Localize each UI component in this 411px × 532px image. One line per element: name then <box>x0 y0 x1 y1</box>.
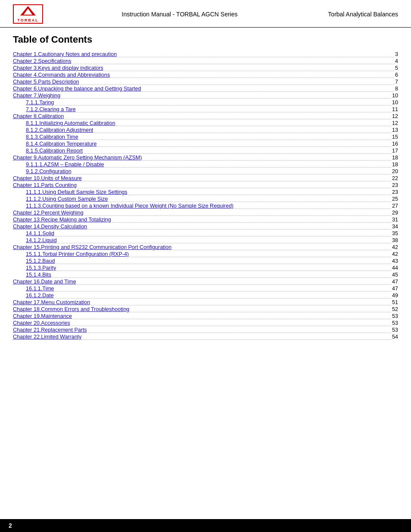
toc-link[interactable]: Chapter 13.Recipe Making and Totalizing <box>13 217 111 223</box>
toc-page-number: 44 <box>392 265 398 271</box>
logo-area: TORBAL <box>13 4 47 24</box>
header-right: Torbal Analytical Balances <box>312 11 398 18</box>
toc-item: 7.1.2.Clearing a Tare11 <box>13 106 398 112</box>
toc-item: Chapter 1.Cautionary Notes and precautio… <box>13 51 398 57</box>
logo-text: TORBAL <box>17 18 38 22</box>
toc-link[interactable]: Chapter 19.Maintenance <box>13 313 72 319</box>
toc-item: Chapter 8.Calibration12 <box>13 113 398 119</box>
toc-page-number: 17 <box>392 148 398 154</box>
toc-page-number: 7 <box>395 79 398 85</box>
toc-page-number: 38 <box>392 237 398 243</box>
toc-link[interactable]: 8.1.3.Calibration Time <box>26 134 78 140</box>
toc-page-number: 23 <box>392 189 398 195</box>
toc-link[interactable]: 11.1.3.Counting based on a known Individ… <box>26 203 234 209</box>
toc-link[interactable]: 11.1.2.Using Custom Sample Size <box>26 196 108 202</box>
toc-page-number: 18 <box>392 162 398 168</box>
toc-item: 15.1.4.Bits45 <box>13 272 398 278</box>
toc-page-number: 3 <box>395 51 398 57</box>
toc-page-number: 35 <box>392 230 398 236</box>
toc-item: 8.1.4.Calibration Temperature16 <box>13 141 398 147</box>
toc-link[interactable]: Chapter 17.Menu Customization <box>13 299 90 305</box>
toc-link[interactable]: Chapter 15.Printing and RS232 Communicat… <box>13 244 171 250</box>
toc-link[interactable]: 8.1.2.Calibration Adjustment <box>26 127 93 133</box>
toc-page-number: 53 <box>392 327 398 333</box>
toc-link[interactable]: 16.1.2.Date <box>26 292 54 299</box>
toc-link[interactable]: Chapter 12.Percent Weighing <box>13 210 84 216</box>
toc-item: Chapter 22.Limited Warranty54 <box>13 334 398 340</box>
toc-link[interactable]: 15.1.4.Bits <box>26 272 51 278</box>
toc-item: 11.1.2.Using Custom Sample Size25 <box>13 196 398 202</box>
toc-link[interactable]: 7.1.2.Clearing a Tare <box>26 106 76 112</box>
toc-item: Chapter 11.Parts Counting23 <box>13 182 398 188</box>
toc-link[interactable]: Chapter 5.Parts Description <box>13 79 79 85</box>
toc-link[interactable]: 8.1.1.Initializing Automatic Calibration <box>26 120 115 126</box>
toc-link[interactable]: 8.1.4.Calibration Temperature <box>26 141 97 147</box>
toc-item: Chapter 19.Maintenance53 <box>13 313 398 319</box>
toc-page-number: 53 <box>392 320 398 326</box>
toc-item: Chapter 21.Replacement Parts53 <box>13 327 398 333</box>
toc-page-number: 47 <box>392 286 398 292</box>
toc-link[interactable]: Chapter 16.Date and Time <box>13 279 76 285</box>
toc-link[interactable]: 14.1.2.Liquid <box>26 237 57 243</box>
toc-item: 16.1.2.Date49 <box>13 292 398 299</box>
toc-item: 16.1.1.Time47 <box>13 286 398 292</box>
toc-item: Chapter 14.Density Calculation34 <box>13 224 398 230</box>
toc-link[interactable]: Chapter 1.Cautionary Notes and precautio… <box>13 51 117 57</box>
toc-link[interactable]: 9.1.1.1.AZSM – Enable / Disable <box>26 162 104 168</box>
toc-link[interactable]: Chapter 18.Common Errors and Troubleshoo… <box>13 306 129 312</box>
toc-link[interactable]: 15.1.2.Baud <box>26 258 55 264</box>
toc-page-number: 5 <box>395 65 398 71</box>
toc-link[interactable]: Chapter 22.Limited Warranty <box>13 334 81 340</box>
toc-link[interactable]: Chapter 6.Unpacking the balance and Gett… <box>13 86 141 92</box>
toc-page-number: 12 <box>392 120 398 126</box>
toc-link[interactable]: 15.1.1.Torbal Printer Configuration (RXP… <box>26 251 129 257</box>
toc-page-number: 42 <box>392 251 398 257</box>
toc-link[interactable]: Chapter 11.Parts Counting <box>13 182 77 188</box>
toc-link[interactable]: 15.1.3.Parity <box>26 265 56 271</box>
toc-link[interactable]: 14.1.1.Solid <box>26 230 54 236</box>
toc-link[interactable]: Chapter 4.Commands and Abbreviations <box>13 72 110 78</box>
toc-link[interactable]: Chapter 3.Keys and display indicators <box>13 65 103 71</box>
toc-item: Chapter 17.Menu Customization51 <box>13 299 398 305</box>
toc-page-number: 16 <box>392 141 398 147</box>
toc-page-number: 27 <box>392 203 398 209</box>
content-area: Table of Contents Chapter 1.Cautionary N… <box>0 32 411 349</box>
toc-page-number: 52 <box>392 306 398 312</box>
toc-link[interactable]: Chapter 9.Automatic Zero Setting Mechani… <box>13 155 142 161</box>
toc-link[interactable]: Chapter 2.Specifications <box>13 58 72 64</box>
toc-link[interactable]: Chapter 14.Density Calculation <box>13 224 87 230</box>
toc-item: Chapter 6.Unpacking the balance and Gett… <box>13 86 398 92</box>
toc-link[interactable]: 16.1.1.Time <box>26 286 54 292</box>
footer-bar: 2 <box>0 519 411 532</box>
toc-item: Chapter 2.Specifications4 <box>13 58 398 64</box>
toc-page-number: 42 <box>392 244 398 250</box>
footer-page-number: 2 <box>9 522 12 529</box>
toc-link[interactable]: 9.1.2.Configuration <box>26 168 72 174</box>
toc-page-number: 15 <box>392 134 398 140</box>
toc-item: 14.1.1.Solid35 <box>13 230 398 236</box>
toc-link[interactable]: 11.1.1.Using Default Sample Size Setting… <box>26 189 128 195</box>
toc-page-number: 47 <box>392 279 398 285</box>
toc-item: 9.1.2.Configuration20 <box>13 168 398 174</box>
toc-item: 15.1.1.Torbal Printer Configuration (RXP… <box>13 251 398 257</box>
toc-link[interactable]: 8.1.5.Calibration Report <box>26 148 83 154</box>
toc-page-number: 6 <box>395 72 398 78</box>
toc-link[interactable]: 7.1.1.Taring <box>26 100 54 106</box>
header-title: Instruction Manual - TORBAL AGCN Series <box>47 11 312 18</box>
toc-page-number: 31 <box>392 217 398 223</box>
toc-page-number: 20 <box>392 168 398 174</box>
toc-item: Chapter 3.Keys and display indicators5 <box>13 65 398 71</box>
toc-link[interactable]: Chapter 10.Units of Measure <box>13 175 82 181</box>
toc-page-number: 25 <box>392 196 398 202</box>
toc-page-number: 18 <box>392 155 398 161</box>
toc-link[interactable]: Chapter 20.Accessories <box>13 320 70 326</box>
toc-item: 8.1.1.Initializing Automatic Calibration… <box>13 120 398 126</box>
toc-page-number: 23 <box>392 182 398 188</box>
toc-item: 11.1.1.Using Default Sample Size Setting… <box>13 189 398 195</box>
toc-link[interactable]: Chapter 8.Calibration <box>13 113 64 119</box>
page-header: TORBAL Instruction Manual - TORBAL AGCN … <box>0 0 411 28</box>
toc-item: Chapter 16.Date and Time47 <box>13 279 398 285</box>
toc-page-number: 43 <box>392 258 398 264</box>
toc-link[interactable]: Chapter 7.Weighing <box>13 93 60 99</box>
toc-link[interactable]: Chapter 21.Replacement Parts <box>13 327 87 333</box>
